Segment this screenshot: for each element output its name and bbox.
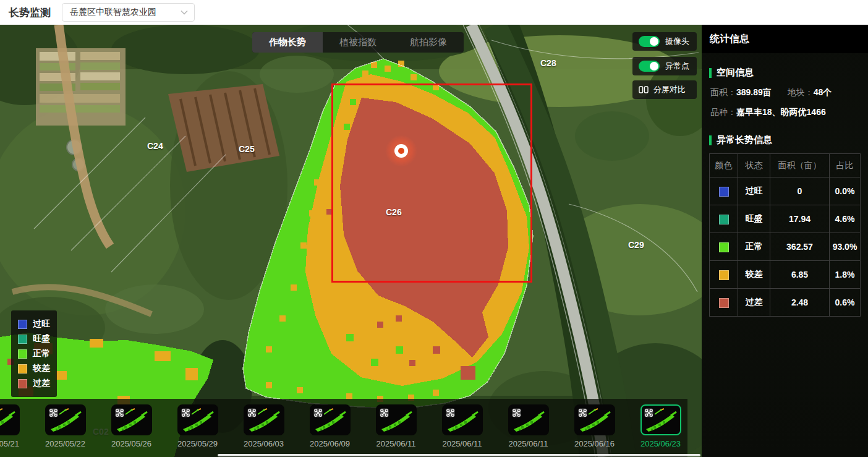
timeline-item[interactable]: 2025/06/11	[495, 399, 561, 457]
plot-label-c29: C29	[628, 240, 644, 250]
flight-date: 2025/05/22	[32, 439, 98, 448]
field-thumbnail-shape	[181, 410, 216, 432]
map-canvas[interactable]: C24 C25 C26 C28 C29 C02 作物长势 植被指数 航拍影像 摄…	[0, 25, 702, 457]
flight-thumbnail[interactable]	[442, 404, 483, 435]
growth-legend: 过旺 旺盛 正常 较差 过差	[11, 310, 57, 397]
section-accent-bar	[709, 68, 712, 78]
flight-thumbnail[interactable]	[640, 404, 681, 435]
app-window: 长势监测 岳麓区中联智慧农业园	[0, 0, 868, 457]
flight-thumbnail[interactable]	[45, 404, 86, 435]
timeline-item[interactable]: 2025/05/26	[98, 399, 164, 457]
tab-aerial-image[interactable]: 航拍影像	[393, 32, 464, 53]
field-thumbnail-shape	[511, 410, 547, 432]
variety-line: 品种：嘉早丰18、盼两优1466	[710, 107, 861, 118]
legend-item: 过差	[18, 377, 50, 390]
legend-item: 旺盛	[18, 332, 50, 346]
flight-timeline[interactable]: 2025/05/21 2025/05/22 2025/05/26	[0, 399, 687, 457]
farm-selector-dropdown[interactable]: 岳麓区中联智慧农业园	[62, 3, 195, 22]
flight-thumbnail[interactable]	[111, 404, 152, 435]
statistics-titlebar: 统计信息	[702, 25, 868, 53]
page-title: 长势监测	[9, 6, 51, 20]
timeline-item[interactable]: 2025/05/29	[164, 399, 231, 457]
flight-thumbnail[interactable]	[574, 404, 615, 435]
status-color-swatch	[719, 215, 729, 224]
timeline-item[interactable]: 2025/06/09	[297, 399, 363, 457]
table-row: 过差 2.48 0.6%	[710, 289, 861, 317]
spatial-info-section-header: 空间信息	[709, 67, 861, 79]
legend-item: 过旺	[18, 317, 50, 331]
legend-swatch	[18, 320, 27, 329]
legend-item: 正常	[18, 347, 50, 361]
tab-vegetation-index[interactable]: 植被指数	[323, 32, 393, 53]
toggle-knob	[650, 62, 658, 70]
plots-value: 48个	[814, 87, 832, 97]
tab-crop-growth[interactable]: 作物长势	[252, 32, 323, 53]
selection-rectangle[interactable]	[331, 83, 532, 283]
flight-thumbnail[interactable]	[0, 404, 20, 435]
timeline-item[interactable]: 2025/06/11	[363, 399, 429, 457]
flight-thumbnail[interactable]	[310, 404, 351, 435]
flight-date: 2025/05/26	[98, 439, 164, 448]
flight-date: 2025/06/11	[429, 439, 495, 448]
legend-swatch	[18, 335, 27, 344]
area-value: 389.89亩	[736, 87, 772, 97]
field-thumbnail-shape	[247, 410, 283, 432]
flight-date: 2025/06/16	[561, 439, 628, 448]
status-color-swatch	[719, 242, 729, 252]
flight-date: 2025/06/11	[363, 439, 429, 448]
statistics-panel: 统计信息 空间信息 面积：389.89亩 地块：48个 品种：嘉早丰18、盼两优…	[702, 25, 868, 457]
anomaly-info-section-header: 异常长势信息	[709, 134, 861, 146]
anomaly-toggle-switch[interactable]	[639, 61, 660, 72]
plot-label-c25: C25	[239, 144, 255, 154]
area-plots-line: 面积：389.89亩 地块：48个	[710, 87, 861, 98]
field-thumbnail-shape	[577, 410, 613, 432]
anomaly-toggle-label: 异常点	[665, 61, 689, 72]
flight-thumbnail[interactable]	[244, 404, 284, 435]
timeline-scrollbar[interactable]	[218, 454, 700, 456]
legend-swatch	[18, 364, 27, 374]
legend-swatch	[18, 379, 27, 388]
field-thumbnail-shape	[313, 410, 349, 432]
flight-thumbnail[interactable]	[376, 404, 417, 435]
field-thumbnail-shape	[644, 410, 679, 432]
table-row: 过旺 0 0.0%	[710, 177, 861, 205]
flight-thumbnail[interactable]	[177, 404, 218, 435]
flight-date: 2025/06/11	[495, 439, 561, 448]
field-thumbnail-shape	[0, 410, 18, 432]
flight-thumbnail[interactable]	[508, 404, 549, 435]
layer-tabs: 作物长势 植被指数 航拍影像	[252, 32, 464, 53]
timeline-item[interactable]: 2025/06/03	[231, 399, 297, 457]
flight-date: 2025/06/03	[231, 439, 297, 448]
timeline-item[interactable]: 2025/06/11	[429, 399, 495, 457]
anomaly-toggle[interactable]: 异常点	[632, 57, 697, 75]
variety-value: 嘉早丰18、盼两优1466	[736, 107, 826, 117]
marker-dot	[398, 148, 404, 154]
toggle-knob	[650, 37, 658, 46]
flight-date: 2025/06/23	[628, 439, 687, 448]
statistics-title: 统计信息	[710, 33, 749, 46]
field-thumbnail-shape	[379, 410, 415, 432]
timeline-item[interactable]: 2025/06/16	[561, 399, 628, 457]
table-row: 旺盛 17.94 4.6%	[710, 205, 861, 233]
timeline-item-selected[interactable]: 2025/06/23	[628, 399, 687, 457]
camera-toggle-switch[interactable]	[639, 36, 660, 47]
farm-selector-value: 岳麓区中联智慧农业园	[70, 7, 156, 18]
flight-date: 2025/05/29	[164, 439, 231, 448]
table-header-row: 颜色 状态 面积（亩） 占比	[710, 154, 861, 177]
table-row: 较差 6.85 1.8%	[710, 261, 861, 289]
timeline-item[interactable]: 2025/05/22	[32, 399, 98, 457]
flight-date: 2025/05/21	[0, 439, 32, 448]
split-compare-button[interactable]: 分屏对比	[632, 80, 697, 99]
camera-toggle[interactable]: 摄像头	[632, 32, 697, 51]
timeline-item[interactable]: 2025/05/21	[0, 399, 32, 457]
legend-item: 较差	[18, 362, 50, 375]
flight-date: 2025/06/09	[297, 439, 363, 448]
plot-label-c28: C28	[540, 58, 556, 68]
status-color-swatch	[719, 187, 729, 197]
legend-swatch	[18, 349, 27, 359]
section-accent-bar	[709, 135, 712, 145]
plot-label-c24: C24	[147, 141, 163, 151]
table-row: 正常 362.57 93.0%	[710, 233, 861, 261]
anomaly-table: 颜色 状态 面积（亩） 占比 过旺 0 0.0% 旺盛	[709, 153, 861, 317]
status-color-swatch	[719, 298, 729, 308]
